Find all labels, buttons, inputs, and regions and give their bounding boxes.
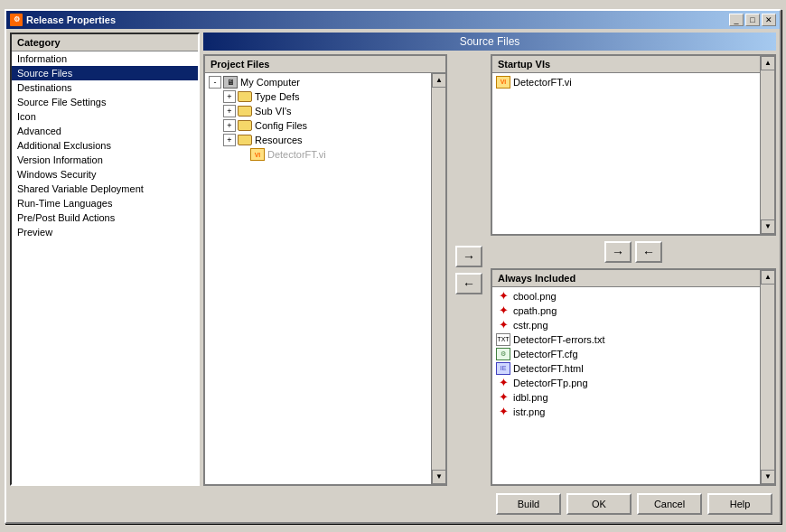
sidebar-list: InformationSource FilesDestinationsSourc… (12, 51, 198, 484)
startup-scroll-up[interactable]: ▲ (761, 56, 775, 70)
tree-item-label: Config Files (255, 120, 307, 131)
always-scrollbar[interactable]: ▲ ▼ (760, 270, 774, 484)
sidebar-item-shared-variable-deployment[interactable]: Shared Variable Deployment (12, 182, 198, 196)
app-icon: ⚙ (10, 14, 23, 26)
project-tree-scrollbar[interactable]: ▲ ▼ (431, 73, 445, 484)
always-scroll-down[interactable]: ▼ (761, 470, 775, 484)
close-button[interactable]: ✕ (762, 14, 776, 26)
always-item-idbl-png[interactable]: ✦idbl.png (494, 390, 758, 405)
window-title: Release Properties (26, 14, 116, 25)
star-icon: ✦ (496, 304, 510, 317)
sidebar-item-destinations[interactable]: Destinations (12, 80, 198, 95)
always-included-content: ✦cbool.png✦cpath.png✦cstr.pngTXTDetector… (492, 287, 760, 432)
scroll-down-btn[interactable]: ▼ (432, 470, 446, 484)
tree-item-label: Resources (255, 135, 303, 145)
help-button[interactable]: Help (707, 493, 772, 515)
always-item-cbool-png[interactable]: ✦cbool.png (494, 289, 758, 303)
right-arrow-section: → ← (491, 239, 776, 265)
add-to-startup-button[interactable]: → (455, 246, 482, 267)
sidebar-item-windows-security[interactable]: Windows Security (12, 167, 198, 182)
project-files-tree: -🖥My Computer+Type Defs+Sub VI's+Config … (205, 73, 431, 484)
right-panel: Source Files Project Files -🖥My Computer… (203, 33, 776, 486)
always-included-header: Always Included (492, 270, 760, 287)
tree-item-label: Sub VI's (255, 106, 292, 117)
vi-file-icon: VI (250, 148, 267, 162)
always-scroll-up[interactable]: ▲ (761, 270, 775, 285)
tree-expand-btn[interactable]: + (223, 105, 236, 117)
always-item-label: idbl.png (513, 392, 548, 403)
ok-button[interactable]: OK (566, 493, 632, 515)
tree-item-sub-vi-s[interactable]: +Sub VI's (207, 104, 429, 118)
startup-vis-header: Startup VIs (492, 56, 760, 73)
maximize-button[interactable]: □ (745, 14, 760, 26)
startup-scroll-track (761, 70, 774, 219)
tree-expand-btn[interactable]: + (223, 90, 236, 103)
add-to-always-button[interactable]: → (604, 241, 632, 263)
title-bar-buttons: _ □ ✕ (729, 14, 776, 26)
scroll-track (432, 88, 445, 470)
sidebar-item-pre/post-build-actions[interactable]: Pre/Post Build Actions (12, 210, 198, 225)
html-icon: IE (496, 362, 510, 375)
tree-item-config-files[interactable]: +Config Files (207, 118, 429, 133)
star-icon: ✦ (496, 319, 510, 331)
always-item-label: cstr.png (513, 320, 548, 331)
right-sub-panels: Startup VIs VIDetectorFT.vi ▲ ▼ (491, 54, 776, 486)
sidebar-item-information[interactable]: Information (12, 51, 198, 66)
startup-scrollbar[interactable]: ▲ ▼ (760, 56, 774, 234)
cfg-icon: ⚙ (496, 348, 510, 360)
window-content: Category InformationSource FilesDestinat… (6, 29, 780, 522)
always-item-detectorft-errors-txt[interactable]: TXTDetectorFT-errors.txt (494, 332, 758, 347)
always-item-cpath-png[interactable]: ✦cpath.png (494, 303, 758, 318)
always-item-cstr-png[interactable]: ✦cstr.png (494, 318, 758, 332)
sidebar-item-advanced[interactable]: Advanced (12, 124, 198, 138)
minimize-button[interactable]: _ (729, 14, 744, 26)
always-item-detectorft-html[interactable]: IEDetectorFT.html (494, 361, 758, 376)
project-files-panel: Project Files -🖥My Computer+Type Defs+Su… (203, 54, 447, 486)
always-item-detectorftp-png[interactable]: ✦DetectorFTp.png (494, 376, 758, 390)
tree-expand-btn[interactable]: + (223, 134, 236, 146)
tree-item-resources[interactable]: +Resources (207, 133, 429, 147)
bottom-bar: Build OK Cancel Help (10, 490, 776, 518)
sidebar-item-source-file-settings[interactable]: Source File Settings (12, 95, 198, 109)
tree-expand-btn[interactable]: - (209, 76, 221, 89)
folder-icon (238, 90, 255, 103)
always-item-detectorft-cfg[interactable]: ⚙DetectorFT.cfg (494, 347, 758, 361)
always-scroll-track (761, 285, 774, 470)
folder-icon (238, 134, 255, 146)
always-item-label: DetectorFT.cfg (513, 349, 578, 359)
tree-item-label: Type Defs (255, 91, 300, 102)
left-arrow-section: → ← (451, 54, 487, 486)
tree-item-type-defs[interactable]: +Type Defs (207, 89, 429, 104)
folder-icon (238, 119, 255, 132)
always-item-istr-png[interactable]: ✦istr.png (494, 405, 758, 419)
tree-expand-btn[interactable]: + (223, 119, 236, 132)
sidebar: Category InformationSource FilesDestinat… (10, 33, 200, 486)
computer-icon: 🖥 (223, 76, 240, 89)
startup-vis-panel: Startup VIs VIDetectorFT.vi ▲ ▼ (491, 54, 776, 236)
vi-icon: VI (496, 76, 510, 89)
folder-icon (238, 105, 255, 117)
sidebar-item-preview[interactable]: Preview (12, 225, 198, 239)
always-item-label: istr.png (513, 406, 545, 417)
scroll-up-btn[interactable]: ▲ (432, 73, 446, 88)
always-item-label: cbool.png (513, 291, 557, 302)
sidebar-item-source-files[interactable]: Source Files (12, 66, 198, 80)
tree-item-detectorft-vi[interactable]: VIDetectorFT.vi (207, 147, 429, 163)
star-icon: ✦ (496, 406, 510, 418)
startup-scroll-down[interactable]: ▼ (761, 219, 775, 234)
sidebar-item-additional-exclusions[interactable]: Additional Exclusions (12, 138, 198, 153)
always-item-label: cpath.png (513, 305, 557, 316)
cancel-button[interactable]: Cancel (637, 493, 702, 515)
content-area: Project Files -🖥My Computer+Type Defs+Su… (203, 54, 776, 486)
remove-from-startup-button[interactable]: ← (455, 273, 482, 294)
startup-item-detectorft-vi[interactable]: VIDetectorFT.vi (494, 75, 758, 89)
title-bar-left: ⚙ Release Properties (10, 14, 116, 26)
sidebar-item-version-information[interactable]: Version Information (12, 153, 198, 167)
sidebar-header: Category (12, 34, 198, 51)
build-button[interactable]: Build (496, 493, 561, 515)
tree-item-label: DetectorFT.vi (267, 149, 326, 160)
remove-from-always-button[interactable]: ← (635, 241, 662, 263)
sidebar-item-icon[interactable]: Icon (12, 109, 198, 124)
tree-item-my-computer[interactable]: -🖥My Computer (207, 75, 429, 89)
sidebar-item-run-time-languages[interactable]: Run-Time Languages (12, 196, 198, 210)
